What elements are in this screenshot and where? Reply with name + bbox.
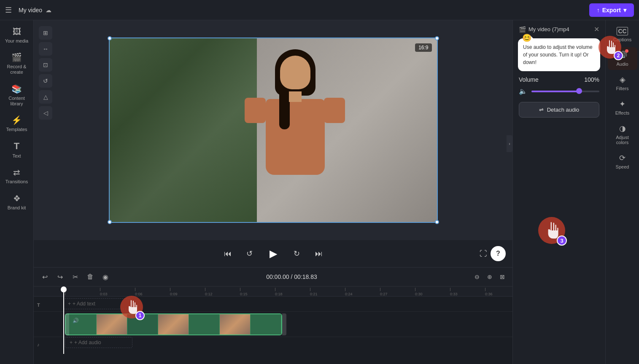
sidebar-item-templates[interactable]: ⚡ Templates xyxy=(2,112,32,136)
sidebar-item-text[interactable]: T Text xyxy=(2,137,32,162)
close-audio-panel-button[interactable]: ✕ xyxy=(594,25,599,33)
sidebar-item-brand[interactable]: ❖ Brand kit xyxy=(2,190,32,214)
handle-bottom-left[interactable] xyxy=(108,220,112,224)
export-arrow-icon: ↑ xyxy=(597,7,600,13)
brand-icon: ❖ xyxy=(13,193,21,203)
skip-end-button[interactable]: ⏭ xyxy=(312,247,326,260)
volume-value: 100% xyxy=(584,76,599,83)
clip-handle-left[interactable] xyxy=(65,313,69,335)
project-title: My video xyxy=(19,7,42,13)
ruler-mark-3: 0:09 xyxy=(170,288,205,296)
fit-timeline-button[interactable]: ⊠ xyxy=(497,272,507,282)
volume-slider[interactable] xyxy=(531,91,599,92)
add-to-timeline-button[interactable]: ◉ xyxy=(100,271,111,283)
play-button[interactable]: ▶ xyxy=(265,245,282,262)
video-preview-wrapper: 16:9 xyxy=(34,20,512,240)
fullscreen-button[interactable]: ⛶ xyxy=(480,249,487,258)
help-button[interactable]: ? xyxy=(491,246,506,261)
audio-track-label: ♪ xyxy=(34,342,63,347)
clip-thumb-6 xyxy=(220,314,251,335)
undo-button[interactable]: ↩ xyxy=(39,271,51,283)
flip-tool[interactable]: △ xyxy=(39,90,52,104)
right-sidebar-filters[interactable]: ◈ Filters xyxy=(608,72,637,94)
audio-active-dot xyxy=(625,49,628,53)
zoom-out-button[interactable]: ⊖ xyxy=(472,272,482,282)
add-text-button[interactable]: + + Add text xyxy=(63,298,131,309)
clip-thumbnails xyxy=(66,314,281,335)
filters-icon: ◈ xyxy=(620,75,626,84)
handle-top-right[interactable] xyxy=(435,36,439,40)
volume-label-row: Volume 100% xyxy=(519,76,599,83)
sidebar-item-content[interactable]: 📚 Contentlibrary xyxy=(2,80,32,110)
canvas-area: ⊞ ↔ ⊡ ↺ △ ◁ xyxy=(34,20,512,267)
audio-tooltip-bubble: 😊 Use audio to adjust the volume of your… xyxy=(518,38,600,71)
send-back-tool[interactable]: ◁ xyxy=(39,106,52,120)
ruler-mark-9: 0:27 xyxy=(380,288,415,296)
video-track-row: 🔊 xyxy=(34,312,512,337)
captions-icon: CC xyxy=(617,27,628,35)
transform-tool[interactable]: ⊞ xyxy=(39,26,52,40)
rewind-button[interactable]: ↺ xyxy=(243,247,256,260)
resize-tool[interactable]: ⊡ xyxy=(39,58,52,72)
cut-button[interactable]: ✂ xyxy=(69,271,81,283)
redo-button[interactable]: ↪ xyxy=(54,271,66,283)
clip-handle-right[interactable] xyxy=(282,313,286,335)
woman-body xyxy=(266,99,325,175)
volume-slider-row: 🔈 xyxy=(519,87,599,95)
fast-forward-button[interactable]: ↻ xyxy=(290,247,304,260)
clip-thumb-1 xyxy=(66,314,97,335)
text-track-body[interactable]: + + Add text xyxy=(63,298,512,311)
colors-icon: ◑ xyxy=(619,124,626,133)
audio-track-row: ♪ + + Add audio xyxy=(34,337,512,352)
rotate-tool[interactable]: ↺ xyxy=(39,74,52,88)
main-layout: 🖼 Your media 🎬 Record &create 📚 Contentl… xyxy=(0,20,639,364)
sidebar-label-transitions: Transitions xyxy=(5,179,28,185)
text-track-row: T + + Add text xyxy=(34,298,512,312)
right-sidebar-effects[interactable]: ✦ Effects xyxy=(608,96,637,119)
save-to-cloud-icon[interactable]: ☁ xyxy=(46,7,51,13)
right-sidebar-captions[interactable]: CC Captions xyxy=(608,24,637,46)
speed-label: Speed xyxy=(616,164,629,169)
right-sidebar-colors[interactable]: ◑ Adjustcolors xyxy=(608,120,637,148)
volume-label: Volume xyxy=(519,76,539,83)
crop-tool[interactable]: ↔ xyxy=(39,42,52,56)
menu-icon[interactable]: ☰ xyxy=(5,5,12,15)
woman-neck xyxy=(289,91,302,102)
ruler-inner: 0:03 0:06 0:09 0:12 0:15 0:18 0:21 0:24 … xyxy=(63,286,512,296)
handle-bottom-right[interactable] xyxy=(435,220,439,224)
file-icon: 🎬 xyxy=(519,26,526,33)
sidebar-label-templates: Templates xyxy=(6,127,27,132)
sidebar-item-record[interactable]: 🎬 Record &create xyxy=(2,49,32,78)
clip-thumb-7 xyxy=(251,314,281,335)
delete-button[interactable]: 🗑 xyxy=(84,271,96,283)
export-button[interactable]: ↑ Export ▾ xyxy=(589,3,634,17)
export-dropdown-icon: ▾ xyxy=(623,7,626,13)
effects-icon: ✦ xyxy=(619,99,626,109)
sidebar-item-media[interactable]: 🖼 Your media xyxy=(2,24,32,47)
collapse-left-panel-button[interactable]: › xyxy=(507,135,512,152)
clip-thumb-3 xyxy=(127,314,158,335)
sidebar-item-transitions[interactable]: ⇄ Transitions xyxy=(2,164,32,188)
ruler-mark-6: 0:18 xyxy=(275,288,310,296)
add-audio-button[interactable]: + + Add audio xyxy=(65,337,132,348)
ruler-mark-11: 0:33 xyxy=(450,288,485,296)
detach-audio-button[interactable]: ⇌ Detach audio xyxy=(519,102,599,118)
right-sidebar-speed[interactable]: ⟳ Speed xyxy=(608,150,637,173)
right-sidebar-audio[interactable]: 🔊 Audio xyxy=(608,47,637,70)
clip-audio-icon: 🔊 xyxy=(73,318,79,324)
zoom-in-button[interactable]: ⊕ xyxy=(485,272,495,282)
video-preview[interactable]: 16:9 xyxy=(109,37,438,223)
filters-label: Filters xyxy=(616,86,629,91)
handle-top-left[interactable] xyxy=(108,36,112,40)
audio-track-body[interactable]: + + Add audio xyxy=(63,337,512,352)
ruler-mark-1: 0:03 xyxy=(100,288,135,296)
bg-plants xyxy=(110,38,257,222)
skip-start-button[interactable]: ⏮ xyxy=(221,247,235,260)
preview-frame xyxy=(110,38,437,222)
video-track-body[interactable]: 🔊 xyxy=(63,312,512,337)
volume-thumb[interactable] xyxy=(576,88,582,94)
media-icon: 🖼 xyxy=(13,27,21,37)
timeline-ruler: 0:03 0:06 0:09 0:12 0:15 0:18 0:21 0:24 … xyxy=(34,286,512,297)
video-clip[interactable]: 🔊 xyxy=(65,313,282,335)
timeline-scroll-area[interactable]: 0:03 0:06 0:09 0:12 0:15 0:18 0:21 0:24 … xyxy=(34,286,512,354)
